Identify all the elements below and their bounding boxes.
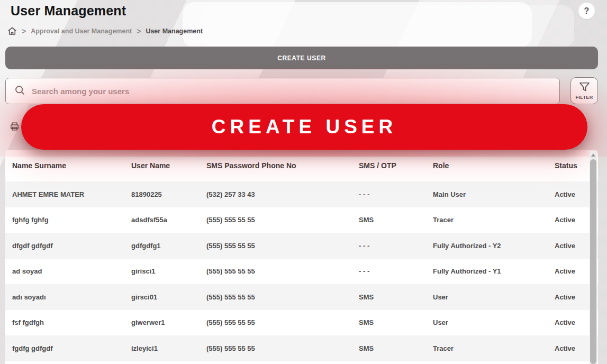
create-user-highlight-button[interactable]: CREATE USER — [21, 104, 587, 150]
cell-name-surname: dfgdf gdfgdf — [12, 242, 131, 250]
cell-sms-otp: SMS — [359, 293, 433, 301]
table-row[interactable]: AHMET EMRE MATER 81890225 (532) 257 33 4… — [5, 181, 598, 207]
printer-icon — [10, 122, 20, 133]
cell-sms-otp: SMS — [359, 344, 433, 352]
cell-sms-password-phone: (555) 555 55 55 — [206, 319, 359, 326]
cell-sms-otp: SMS — [359, 319, 433, 326]
scrollbar-thumb[interactable] — [590, 159, 596, 364]
cell-sms-otp: - - - — [359, 190, 433, 198]
cell-role: Main User — [433, 190, 555, 198]
breadcrumb-item-user-management: User Management — [146, 28, 203, 35]
cell-sms-password-phone: (555) 555 55 55 — [206, 293, 359, 301]
create-user-button[interactable]: CREATE USER — [5, 47, 598, 69]
home-icon[interactable] — [7, 26, 17, 36]
table-row[interactable]: adı soyadı girsci01 (555) 555 55 55 SMS … — [5, 284, 598, 310]
table-header-row: Name Surname User Name SMS Password Phon… — [5, 150, 598, 181]
scrollbar-up-arrow-icon[interactable] — [591, 152, 596, 158]
table-row[interactable]: fsf fgdfgh giwerwer1 (555) 555 55 55 SMS… — [5, 310, 598, 336]
cell-name-surname: adı soyadı — [12, 293, 131, 301]
cell-name-surname: fghfg fghfg — [12, 216, 131, 224]
column-header-sms-otp: SMS / OTP — [359, 161, 433, 170]
breadcrumb-separator: > — [22, 27, 26, 35]
cell-name-surname: ad soyad — [12, 267, 131, 275]
cell-user-name: 81890225 — [131, 190, 206, 198]
table-row[interactable]: fghfg fghfg adsdfsf55a (555) 555 55 55 S… — [5, 207, 598, 233]
cell-name-surname: AHMET EMRE MATER — [12, 190, 131, 198]
funnel-icon — [579, 82, 590, 94]
cell-name-surname: fgdfg gdfgdf — [12, 344, 131, 352]
column-header-user-name: User Name — [131, 161, 206, 170]
table-row[interactable]: dfgdf gdfgdf gdfgdfg1 (555) 555 55 55 - … — [5, 233, 598, 259]
table-row[interactable]: fgdfg gdfgdf izleyici1 (555) 555 55 55 S… — [5, 335, 598, 361]
cell-user-name: izleyici1 — [131, 344, 206, 352]
column-header-sms-password-phone: SMS Password Phone No — [206, 161, 359, 170]
cell-sms-password-phone: (555) 555 55 55 — [206, 267, 359, 275]
cell-sms-password-phone: (555) 555 55 55 — [206, 242, 359, 250]
table-scrollbar[interactable] — [590, 151, 597, 364]
breadcrumb-separator: > — [137, 27, 141, 35]
cell-role: Fully Authorized - Y1 — [433, 267, 555, 275]
background-card — [201, 5, 574, 48]
filter-button[interactable]: FILTER — [570, 77, 598, 104]
cell-sms-otp: - - - — [359, 267, 433, 275]
cell-role: User — [433, 319, 555, 326]
page-title: User Management — [11, 3, 126, 19]
cell-role: User — [433, 293, 555, 301]
breadcrumb-item-approval-user-management[interactable]: Approval and User Management — [31, 28, 132, 35]
users-table: Name Surname User Name SMS Password Phon… — [5, 150, 598, 364]
cell-name-surname: fsf fgdfgh — [12, 319, 131, 326]
filter-button-label: FILTER — [575, 95, 593, 100]
cell-sms-password-phone: (555) 555 55 55 — [206, 216, 359, 224]
breadcrumb: > Approval and User Management > User Ma… — [7, 26, 203, 36]
cell-user-name: girisci1 — [131, 267, 206, 275]
column-header-role: Role — [433, 161, 555, 170]
cell-user-name: giwerwer1 — [131, 319, 206, 326]
table-row[interactable]: ad soyad girisci1 (555) 555 55 55 - - - … — [5, 259, 598, 285]
cell-user-name: gdfgdfg1 — [131, 242, 206, 250]
cell-sms-password-phone: (532) 257 33 43 — [206, 190, 359, 198]
search-input[interactable] — [32, 87, 522, 96]
column-header-name-surname: Name Surname — [12, 161, 131, 170]
cell-user-name: girsci01 — [131, 293, 206, 301]
cell-sms-otp: SMS — [359, 216, 433, 224]
cell-role: Tracer — [433, 216, 555, 224]
cell-sms-otp: - - - — [359, 242, 433, 250]
cell-role: Tracer — [433, 344, 555, 352]
cell-sms-password-phone: (555) 555 55 55 — [206, 344, 359, 352]
cell-role: Fully Authorized - Y2 — [433, 242, 555, 250]
search-box[interactable] — [5, 78, 560, 104]
help-button[interactable]: ? — [578, 3, 595, 19]
cell-user-name: adsdfsf55a — [131, 216, 206, 224]
search-icon — [14, 85, 25, 98]
